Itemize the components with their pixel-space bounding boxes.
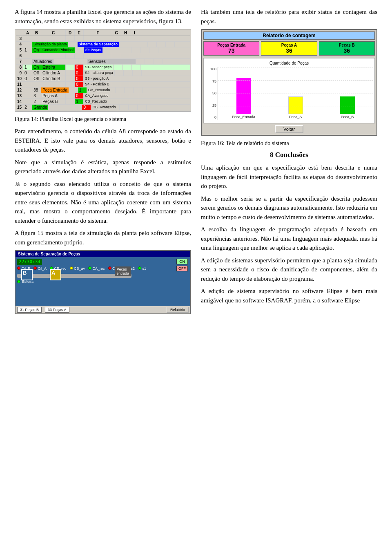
table-row: 7 Atuadores Sensores — [16, 59, 190, 65]
para-report: Há também uma tela de relatório para exi… — [201, 7, 377, 26]
box-a-icon: A — [50, 269, 61, 280]
col-d: D — [66, 30, 75, 36]
right-column: Há também uma tela de relatório para exi… — [201, 7, 377, 317]
supervisory-time: 22:30:34 — [17, 259, 42, 265]
chart-title: Quantidade de Peças — [205, 61, 373, 65]
para5: A figura 15 mostra a tela de simulação d… — [15, 228, 191, 247]
supervisory-body: 22:30:34 Cil_B Cil_A CB_rec CB_av CA_rec… — [16, 257, 190, 306]
conveyor-belt: B A Peçasentrada — [17, 274, 131, 278]
col-c: C — [41, 30, 66, 36]
col-a: A — [23, 30, 32, 36]
on-button[interactable]: ON — [176, 259, 188, 264]
conclusion-3: A escolha da linguagem de programação ad… — [201, 225, 377, 253]
conclusion-5: A edição de sistema supervisório no soft… — [201, 286, 377, 305]
col-g: G — [112, 30, 121, 36]
para3: Note que a simulação é estática, apenas … — [15, 158, 191, 176]
table-row: 4 Simulação da planta Sistema de Separaç… — [16, 42, 190, 47]
counter-b: 31 Peças B — [17, 307, 42, 313]
report-counters: Peças Entrada 73 Peças A 36 Peças B 36 — [203, 41, 375, 56]
counter-pecas-entrada: Peças Entrada 73 — [203, 41, 259, 56]
off-button[interactable]: OFF — [176, 266, 188, 271]
relatorio-button[interactable]: Relatório — [167, 307, 189, 313]
col-h: H — [121, 30, 130, 36]
supervisory-titlebar: Sistema de Separação de Peças — [16, 251, 190, 257]
bar-peca-entrada: Peca_Entrada — [220, 78, 267, 119]
report-box: Relatorio de contagem Peças Entrada 73 P… — [201, 29, 377, 136]
col-e: E — [75, 30, 84, 36]
table-row: 10 0 Off Cilindro B 0 S3 - posição A — [16, 76, 190, 82]
pieces-entrada-label: Peçasentrada — [115, 266, 131, 276]
conclusion-1: Uma aplicação em que a especificação est… — [201, 163, 377, 191]
table-row: 15 2 Grande 0 CB_Avançado — [16, 105, 190, 110]
table-row: 5 1 On Comando Principal de Peças — [16, 47, 190, 53]
table-row: 14 2 Peças B 1 CB_Recuado — [16, 99, 190, 105]
caption-fig16: Figura 16: Tela de relatório do sistema — [201, 139, 377, 148]
table-row: 13 3 Peças A 0 CA_Avançado — [16, 93, 190, 99]
counter-pecas-b: Peças B 36 — [319, 41, 375, 56]
col-b: B — [32, 30, 41, 36]
caption-fig14: Figura 14: Planilha Excel que gerencia o… — [15, 115, 191, 123]
on-off-controls: ON OFF — [176, 259, 188, 271]
para4: Já o segundo caso elencado utiliza o con… — [15, 179, 191, 226]
chart-bars: Peca_Entrada Peca_A Peca_B — [218, 67, 373, 120]
col-f: F — [84, 30, 112, 36]
bar-chart: Quantidade de Peças 100 75 50 25 0 — [203, 58, 375, 123]
excel-table: A B C D E F G H I 3 — [15, 29, 191, 112]
supervisory-bottom-bar: 31 Peças B 33 Peças A Relatório — [16, 306, 190, 313]
bar-peca-b: Peca_B — [324, 96, 370, 119]
counter-pecas-a: Peças A 36 — [261, 41, 317, 56]
para2: Para entendimento, o conteúdo da célula … — [15, 127, 191, 154]
para1: A figura 14 mostra a planilha Excel que … — [15, 7, 191, 26]
table-row: 8 1 On Esteira 0 S1- sensor peça — [16, 65, 190, 70]
box-b-icon: B — [21, 269, 33, 280]
report-title: Relatorio de contagem — [203, 31, 375, 40]
voltar-btn-wrap: Voltar — [203, 125, 375, 133]
col-i: I — [130, 30, 139, 36]
supervisory-screenshot: Sistema de Separação de Peças 22:30:34 C… — [15, 250, 191, 314]
voltar-button[interactable]: Voltar — [275, 125, 303, 133]
table-row: 9 0 Off Cilindro A 0 S2 - altuara peça — [16, 70, 190, 76]
conclusion-2: Mas o melhor seria se a partir da especi… — [201, 194, 377, 222]
table-row: 11 0 S4 - Posição B — [16, 82, 190, 87]
table-row: 3 — [16, 36, 190, 42]
led-row: Esteira — [17, 280, 146, 284]
bar-peca-a: Peca_A — [272, 96, 318, 119]
table-row: 6 — [16, 53, 190, 59]
counter-a: 33 Peças A — [45, 307, 69, 313]
y-axis-labels: 100 75 50 25 0 — [205, 67, 218, 120]
section-title: 8 Conclusões — [201, 151, 377, 159]
left-column: A figura 14 mostra a planilha Excel que … — [15, 7, 191, 317]
conclusion-4: A edição de sistemas supervisório permit… — [201, 256, 377, 284]
table-row: 12 38 Peça Entrada 1 CA_Recuado — [16, 87, 190, 93]
excel-corner — [16, 30, 23, 36]
